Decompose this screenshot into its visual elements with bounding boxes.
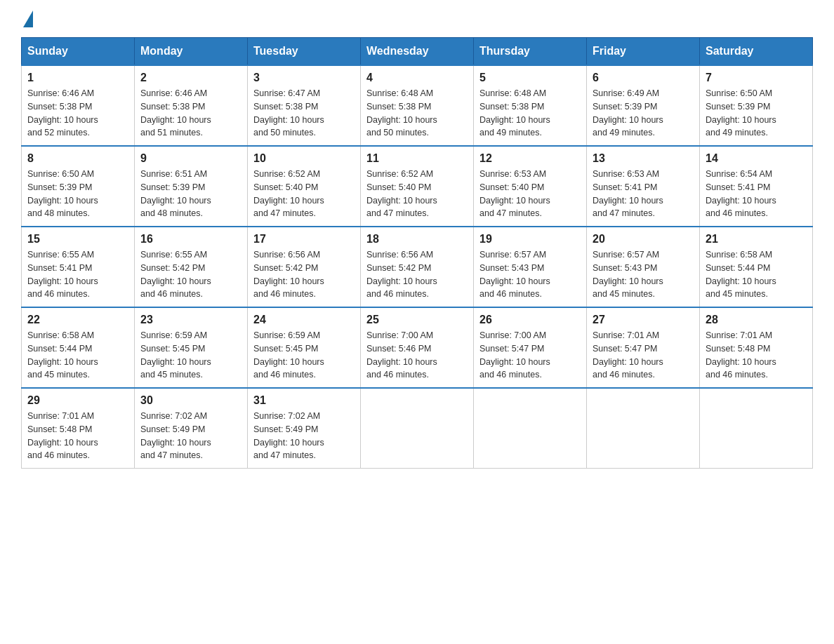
day-info: Sunrise: 6:56 AMSunset: 5:42 PMDaylight:… [366,248,468,301]
day-number: 30 [140,394,241,407]
day-info: Sunrise: 6:49 AMSunset: 5:39 PMDaylight:… [593,87,694,140]
calendar-header-monday: Monday [135,38,248,66]
day-number: 28 [706,314,807,326]
day-number: 2 [140,72,241,84]
calendar-cell: 27 Sunrise: 7:01 AMSunset: 5:47 PMDaylig… [587,307,700,388]
day-info: Sunrise: 6:52 AMSunset: 5:40 PMDaylight:… [253,168,355,220]
day-info: Sunrise: 6:48 AMSunset: 5:38 PMDaylight:… [479,87,581,140]
day-number: 10 [253,152,355,165]
calendar-cell: 29 Sunrise: 7:01 AMSunset: 5:48 PMDaylig… [22,388,135,469]
day-info: Sunrise: 6:50 AMSunset: 5:39 PMDaylight:… [27,168,128,220]
calendar-cell: 5 Sunrise: 6:48 AMSunset: 5:38 PMDayligh… [474,65,587,146]
calendar-cell: 10 Sunrise: 6:52 AMSunset: 5:40 PMDaylig… [248,146,361,227]
day-info: Sunrise: 6:51 AMSunset: 5:39 PMDaylight:… [140,168,241,220]
day-info: Sunrise: 6:53 AMSunset: 5:40 PMDaylight:… [479,168,581,220]
calendar-table: SundayMondayTuesdayWednesdayThursdayFrid… [21,37,813,469]
calendar-cell: 15 Sunrise: 6:55 AMSunset: 5:41 PMDaylig… [22,227,135,307]
day-number: 4 [366,72,468,84]
day-info: Sunrise: 6:58 AMSunset: 5:44 PMDaylight:… [27,329,128,382]
day-info: Sunrise: 6:59 AMSunset: 5:45 PMDaylight:… [140,329,241,382]
logo-top [21,14,33,27]
day-info: Sunrise: 7:02 AMSunset: 5:49 PMDaylight:… [253,410,355,462]
day-info: Sunrise: 7:00 AMSunset: 5:47 PMDaylight:… [479,329,581,382]
calendar-week-row: 29 Sunrise: 7:01 AMSunset: 5:48 PMDaylig… [22,388,813,469]
day-number: 17 [253,233,355,246]
day-info: Sunrise: 6:52 AMSunset: 5:40 PMDaylight:… [366,168,468,220]
calendar-cell: 13 Sunrise: 6:53 AMSunset: 5:41 PMDaylig… [587,146,700,227]
calendar-cell: 9 Sunrise: 6:51 AMSunset: 5:39 PMDayligh… [135,146,248,227]
day-number: 20 [593,233,694,246]
day-number: 3 [253,72,355,84]
calendar-cell: 2 Sunrise: 6:46 AMSunset: 5:38 PMDayligh… [135,65,248,146]
day-info: Sunrise: 6:58 AMSunset: 5:44 PMDaylight:… [706,248,807,301]
logo [21,14,33,23]
day-number: 29 [27,394,128,407]
day-info: Sunrise: 6:54 AMSunset: 5:41 PMDaylight:… [706,168,807,220]
calendar-cell: 8 Sunrise: 6:50 AMSunset: 5:39 PMDayligh… [22,146,135,227]
day-info: Sunrise: 6:55 AMSunset: 5:42 PMDaylight:… [140,248,241,301]
day-info: Sunrise: 6:55 AMSunset: 5:41 PMDaylight:… [27,248,128,301]
day-info: Sunrise: 7:01 AMSunset: 5:47 PMDaylight:… [593,329,694,382]
day-number: 14 [706,152,807,165]
day-info: Sunrise: 6:47 AMSunset: 5:38 PMDaylight:… [253,87,355,140]
calendar-cell: 16 Sunrise: 6:55 AMSunset: 5:42 PMDaylig… [135,227,248,307]
calendar-week-row: 1 Sunrise: 6:46 AMSunset: 5:38 PMDayligh… [22,65,813,146]
calendar-cell: 19 Sunrise: 6:57 AMSunset: 5:43 PMDaylig… [474,227,587,307]
day-number: 15 [27,233,128,246]
calendar-cell: 23 Sunrise: 6:59 AMSunset: 5:45 PMDaylig… [135,307,248,388]
day-number: 26 [479,314,581,326]
day-info: Sunrise: 7:01 AMSunset: 5:48 PMDaylight:… [27,410,128,462]
day-number: 19 [479,233,581,246]
day-number: 23 [140,314,241,326]
day-number: 7 [706,72,807,84]
calendar-header-row: SundayMondayTuesdayWednesdayThursdayFrid… [22,38,813,66]
day-number: 6 [593,72,694,84]
calendar-cell: 18 Sunrise: 6:56 AMSunset: 5:42 PMDaylig… [361,227,474,307]
day-info: Sunrise: 6:46 AMSunset: 5:38 PMDaylight:… [140,87,241,140]
calendar-cell: 12 Sunrise: 6:53 AMSunset: 5:40 PMDaylig… [474,146,587,227]
day-number: 12 [479,152,581,165]
calendar-header-tuesday: Tuesday [248,38,361,66]
calendar-cell: 24 Sunrise: 6:59 AMSunset: 5:45 PMDaylig… [248,307,361,388]
day-number: 9 [140,152,241,165]
calendar-header-friday: Friday [587,38,700,66]
day-number: 21 [706,233,807,246]
day-number: 31 [253,394,355,407]
calendar-cell: 6 Sunrise: 6:49 AMSunset: 5:39 PMDayligh… [587,65,700,146]
calendar-cell [587,388,700,469]
calendar-header-thursday: Thursday [474,38,587,66]
calendar-cell [361,388,474,469]
calendar-cell [700,388,813,469]
logo-triangle-icon [23,11,33,27]
calendar-cell: 1 Sunrise: 6:46 AMSunset: 5:38 PMDayligh… [22,65,135,146]
day-number: 5 [479,72,581,84]
calendar-week-row: 8 Sunrise: 6:50 AMSunset: 5:39 PMDayligh… [22,146,813,227]
calendar-cell: 11 Sunrise: 6:52 AMSunset: 5:40 PMDaylig… [361,146,474,227]
day-info: Sunrise: 6:46 AMSunset: 5:38 PMDaylight:… [27,87,128,140]
calendar-header-saturday: Saturday [700,38,813,66]
calendar-week-row: 22 Sunrise: 6:58 AMSunset: 5:44 PMDaylig… [22,307,813,388]
day-number: 8 [27,152,128,165]
calendar-cell: 3 Sunrise: 6:47 AMSunset: 5:38 PMDayligh… [248,65,361,146]
day-number: 13 [593,152,694,165]
calendar-cell: 14 Sunrise: 6:54 AMSunset: 5:41 PMDaylig… [700,146,813,227]
day-info: Sunrise: 6:57 AMSunset: 5:43 PMDaylight:… [593,248,694,301]
day-number: 25 [366,314,468,326]
day-info: Sunrise: 6:56 AMSunset: 5:42 PMDaylight:… [253,248,355,301]
day-info: Sunrise: 6:53 AMSunset: 5:41 PMDaylight:… [593,168,694,220]
calendar-cell: 31 Sunrise: 7:02 AMSunset: 5:49 PMDaylig… [248,388,361,469]
day-number: 27 [593,314,694,326]
day-number: 22 [27,314,128,326]
day-info: Sunrise: 7:00 AMSunset: 5:46 PMDaylight:… [366,329,468,382]
calendar-cell: 7 Sunrise: 6:50 AMSunset: 5:39 PMDayligh… [700,65,813,146]
calendar-cell: 21 Sunrise: 6:58 AMSunset: 5:44 PMDaylig… [700,227,813,307]
calendar-cell: 17 Sunrise: 6:56 AMSunset: 5:42 PMDaylig… [248,227,361,307]
day-info: Sunrise: 6:59 AMSunset: 5:45 PMDaylight:… [253,329,355,382]
day-info: Sunrise: 7:02 AMSunset: 5:49 PMDaylight:… [140,410,241,462]
calendar-cell [474,388,587,469]
calendar-cell: 28 Sunrise: 7:01 AMSunset: 5:48 PMDaylig… [700,307,813,388]
day-number: 24 [253,314,355,326]
calendar-header-sunday: Sunday [22,38,135,66]
calendar-cell: 26 Sunrise: 7:00 AMSunset: 5:47 PMDaylig… [474,307,587,388]
calendar-cell: 25 Sunrise: 7:00 AMSunset: 5:46 PMDaylig… [361,307,474,388]
